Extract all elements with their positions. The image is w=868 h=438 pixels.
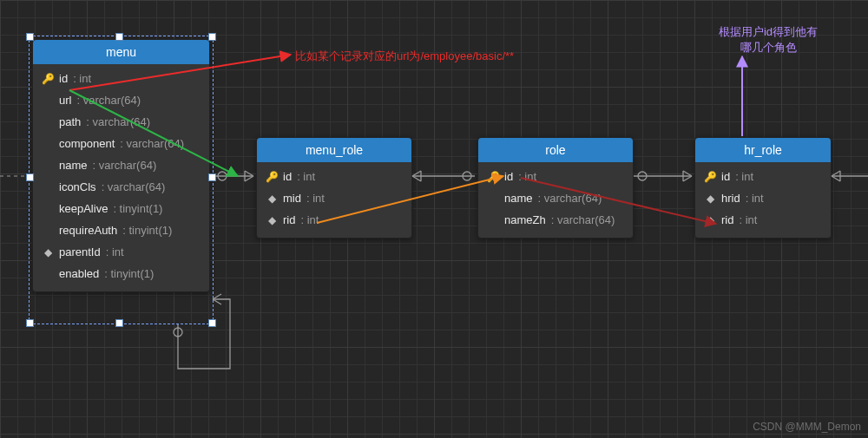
field-row[interactable]: ◆ mid: int (257, 187, 411, 209)
field-type: : varchar(64) (102, 180, 166, 193)
table-hr-role[interactable]: hr_role 🔑 id: int ◆ hrid: int ◆ rid: int (694, 137, 832, 239)
field-type: : varchar(64) (93, 159, 157, 172)
field-row[interactable]: requireAuth: tinyint(1) (33, 219, 209, 241)
annotation-purple: 根据用户id得到他有 哪几个角色 (707, 24, 829, 55)
table-menu-title[interactable]: menu (33, 40, 209, 64)
field-name: hrid (721, 192, 740, 205)
fk-icon: ◆ (266, 214, 278, 226)
field-row[interactable]: keepAlive: tinyint(1) (33, 198, 209, 219)
table-menu-rows: 🔑 id: int url: varchar(64) path: varchar… (33, 64, 209, 291)
field-name: name (504, 192, 533, 205)
table-role[interactable]: role 🔑 id: int name: varchar(64) nameZh:… (477, 137, 634, 239)
field-row[interactable]: ◆ rid: int (257, 209, 411, 231)
annotation-purple-l2: 哪几个角色 (740, 41, 797, 54)
field-name: rid (721, 213, 733, 226)
resize-handle-se[interactable] (208, 319, 216, 327)
field-name: enabled (59, 267, 99, 280)
field-row[interactable]: ◆ hrid: int (695, 187, 831, 209)
field-type: : int (746, 192, 764, 205)
field-type: : varchar(64) (120, 137, 184, 150)
resize-handle-n[interactable] (115, 33, 123, 41)
table-role-rows: 🔑 id: int name: varchar(64) nameZh: varc… (478, 162, 633, 238)
field-name: url (59, 94, 71, 107)
resize-handle-ne[interactable] (208, 33, 216, 41)
field-type: : int (739, 213, 757, 226)
field-name: id (721, 170, 730, 183)
field-type: : int (297, 170, 315, 183)
field-name: id (59, 72, 68, 85)
resize-handle-nw[interactable] (26, 33, 34, 41)
annotation-red: 比如某个记录对应的url为/employee/basic/** (295, 49, 514, 64)
field-name: name (59, 159, 88, 172)
pk-icon: 🔑 (487, 171, 499, 183)
field-name: id (504, 170, 513, 183)
field-name: iconCls (59, 180, 96, 193)
field-row[interactable]: ◆ rid: int (695, 209, 831, 231)
field-name: nameZh (504, 213, 546, 226)
field-name: path (59, 115, 81, 128)
resize-handle-s[interactable] (115, 319, 123, 327)
watermark: CSDN @MMM_Demon (753, 421, 861, 433)
fk-icon: ◆ (704, 214, 716, 226)
table-menu[interactable]: menu 🔑 id: int url: varchar(64) path: va… (32, 39, 210, 292)
field-type: : varchar(64) (551, 213, 615, 226)
field-type: : int (300, 213, 319, 226)
table-hr-role-rows: 🔑 id: int ◆ hrid: int ◆ rid: int (695, 162, 831, 238)
field-row[interactable]: url: varchar(64) (33, 89, 209, 111)
pk-icon: 🔑 (704, 171, 716, 183)
field-row[interactable]: 🔑 id: int (478, 166, 633, 187)
field-row[interactable]: 🔑 id: int (33, 68, 209, 89)
table-role-title[interactable]: role (478, 138, 633, 162)
pk-icon: 🔑 (266, 171, 278, 183)
field-type: : varchar(64) (86, 115, 150, 128)
field-row[interactable]: path: varchar(64) (33, 111, 209, 133)
field-type: : varchar(64) (76, 94, 141, 107)
field-type: : tinyint(1) (113, 202, 162, 215)
table-menu-role[interactable]: menu_role 🔑 id: int ◆ mid: int ◆ rid: in… (256, 137, 412, 239)
table-menu-role-title[interactable]: menu_role (257, 138, 411, 162)
resize-handle-w[interactable] (26, 173, 34, 181)
field-name: keepAlive (59, 202, 108, 215)
field-row[interactable]: 🔑 id: int (257, 166, 411, 187)
field-name: parentId (59, 245, 101, 258)
field-row[interactable]: name: varchar(64) (33, 154, 209, 176)
field-row[interactable]: 🔑 id: int (695, 166, 831, 187)
field-name: rid (283, 213, 295, 226)
table-hr-role-title[interactable]: hr_role (695, 138, 831, 162)
fk-icon: ◆ (266, 193, 278, 205)
resize-handle-e[interactable] (208, 173, 216, 181)
field-name: requireAuth (59, 224, 117, 237)
annotation-purple-l1: 根据用户id得到他有 (719, 25, 818, 38)
field-type: : int (306, 192, 325, 205)
field-name: mid (283, 192, 301, 205)
field-row[interactable]: nameZh: varchar(64) (478, 209, 633, 231)
field-row[interactable]: enabled: tinyint(1) (33, 263, 209, 284)
field-type: : int (106, 245, 124, 258)
field-row[interactable]: ◆ parentId: int (33, 241, 209, 263)
fk-icon: ◆ (704, 193, 716, 205)
field-row[interactable]: component: varchar(64) (33, 133, 209, 154)
field-row[interactable]: name: varchar(64) (478, 187, 633, 209)
field-type: : int (735, 170, 753, 183)
pk-icon: 🔑 (42, 73, 54, 85)
field-type: : tinyint(1) (122, 224, 172, 237)
field-type: : int (518, 170, 536, 183)
fk-icon: ◆ (42, 246, 54, 258)
field-type: : tinyint(1) (104, 267, 154, 280)
field-type: : varchar(64) (538, 192, 602, 205)
field-row[interactable]: iconCls: varchar(64) (33, 176, 209, 198)
field-type: : int (73, 72, 91, 85)
field-name: component (59, 137, 115, 150)
resize-handle-sw[interactable] (26, 319, 34, 327)
table-menu-role-rows: 🔑 id: int ◆ mid: int ◆ rid: int (257, 162, 411, 238)
field-name: id (283, 170, 292, 183)
